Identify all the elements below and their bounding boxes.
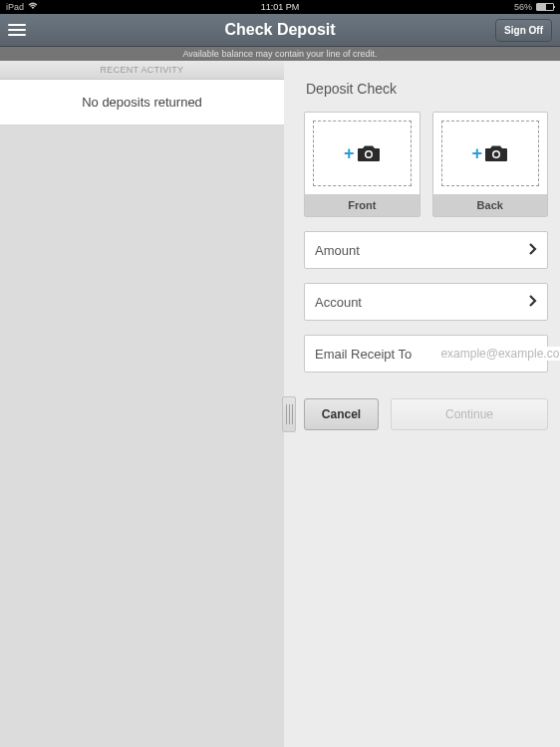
capture-row: + Front + Back bbox=[304, 112, 548, 217]
status-bar: iPad 11:01 PM 56% bbox=[0, 0, 560, 14]
status-time: 11:01 PM bbox=[261, 2, 300, 12]
chevron-right-icon bbox=[529, 242, 537, 258]
svg-point-3 bbox=[494, 152, 499, 157]
deposit-check-title: Deposit Check bbox=[306, 81, 548, 97]
account-row[interactable]: Account bbox=[304, 283, 548, 321]
capture-front-zone[interactable]: + bbox=[305, 113, 420, 194]
capture-back-card[interactable]: + Back bbox=[432, 112, 549, 217]
plus-icon: + bbox=[471, 144, 482, 162]
capture-front-label: Front bbox=[305, 194, 420, 216]
content: RECENT ACTIVITY No deposits returned Dep… bbox=[0, 61, 560, 747]
cancel-button[interactable]: Cancel bbox=[304, 398, 379, 430]
status-left: iPad bbox=[6, 2, 38, 12]
page-title: Check Deposit bbox=[224, 21, 335, 39]
camera-icon bbox=[484, 144, 508, 162]
continue-button[interactable]: Continue bbox=[391, 398, 548, 430]
email-label: Email Receipt To bbox=[315, 347, 412, 362]
capture-back-label: Back bbox=[433, 194, 548, 216]
nav-bar: Check Deposit Sign Off bbox=[0, 14, 560, 47]
camera-icon bbox=[357, 144, 381, 162]
recent-activity-header: RECENT ACTIVITY bbox=[0, 61, 284, 80]
device-label: iPad bbox=[6, 2, 24, 12]
capture-back-zone[interactable]: + bbox=[433, 113, 548, 194]
email-input[interactable] bbox=[420, 347, 560, 361]
menu-icon[interactable] bbox=[8, 24, 26, 36]
right-pane: Deposit Check + Front + bbox=[284, 61, 560, 747]
battery-percent: 56% bbox=[514, 2, 532, 12]
email-row: Email Receipt To bbox=[304, 335, 548, 373]
svg-point-1 bbox=[366, 152, 371, 157]
amount-label: Amount bbox=[315, 243, 360, 258]
account-label: Account bbox=[315, 295, 362, 310]
splitter-handle[interactable] bbox=[282, 396, 296, 432]
plus-icon: + bbox=[344, 144, 355, 162]
capture-front-card[interactable]: + Front bbox=[304, 112, 420, 217]
warning-bar: Available balance may contain your line … bbox=[0, 47, 560, 61]
left-pane: RECENT ACTIVITY No deposits returned bbox=[0, 61, 284, 747]
chevron-right-icon bbox=[529, 294, 537, 310]
recent-activity-empty: No deposits returned bbox=[0, 80, 284, 125]
amount-row[interactable]: Amount bbox=[304, 231, 548, 269]
sign-off-button[interactable]: Sign Off bbox=[495, 19, 552, 42]
button-row: Cancel Continue bbox=[304, 398, 548, 430]
wifi-icon bbox=[28, 2, 38, 12]
status-right: 56% bbox=[514, 2, 554, 12]
battery-icon bbox=[536, 3, 554, 11]
